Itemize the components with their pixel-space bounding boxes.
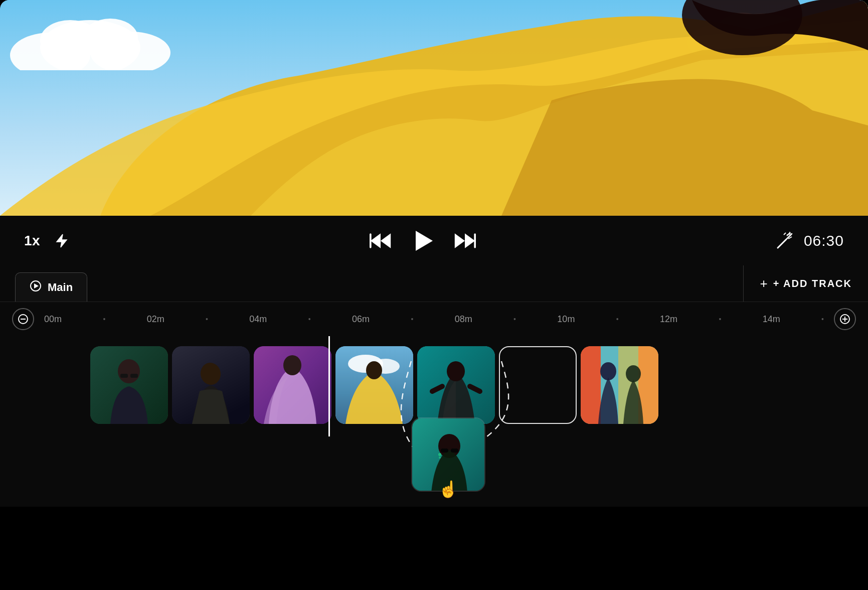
ruler-mark-08: 08m: [455, 314, 472, 325]
svg-rect-35: [120, 374, 128, 378]
ruler-dot-5: •: [513, 315, 516, 323]
ruler-marks: 00m • 02m • 04m • 06m • 08m • 10m • 12m …: [34, 314, 834, 325]
svg-marker-13: [416, 231, 433, 251]
timeline-tabs: Main + + ADD TRACK: [0, 266, 868, 302]
add-track-button[interactable]: + + ADD TRACK: [743, 265, 868, 302]
playhead: [328, 336, 330, 436]
svg-marker-10: [370, 233, 380, 248]
add-track-label: + ADD TRACK: [773, 278, 852, 289]
ruler-dot-7: •: [719, 315, 721, 323]
timeline-ruler: 00m • 02m • 04m • 06m • 08m • 10m • 12m …: [0, 302, 868, 336]
svg-rect-63: [441, 449, 448, 453]
magic-wand-button[interactable]: [776, 232, 794, 250]
timeline-clips-area: ☝: [0, 336, 868, 507]
clip-2[interactable]: [172, 346, 250, 424]
dragged-clip[interactable]: ☝: [411, 417, 485, 492]
svg-marker-26: [34, 283, 39, 288]
ruler-mark-06: 06m: [352, 314, 370, 325]
ruler-dot-2: •: [206, 315, 208, 323]
video-preview: [0, 0, 868, 216]
time-display: 06:30: [804, 232, 844, 249]
rewind-button[interactable]: [370, 230, 392, 252]
zoom-in-button[interactable]: [834, 308, 856, 330]
svg-point-59: [626, 365, 641, 382]
main-tab[interactable]: Main: [15, 272, 87, 302]
ruler-mark-02: 02m: [147, 314, 164, 325]
clip-5[interactable]: [417, 346, 495, 424]
controls-left: 1x: [24, 233, 69, 249]
svg-point-34: [118, 359, 140, 383]
svg-point-42: [283, 355, 301, 375]
svg-point-50: [447, 361, 465, 381]
ruler-dot-3: •: [308, 315, 311, 323]
person-figure: [0, 0, 868, 216]
ruler-dot-6: •: [616, 315, 619, 323]
svg-point-67: [439, 457, 441, 459]
main-tab-label: Main: [48, 281, 73, 294]
forward-button[interactable]: [454, 230, 476, 252]
clip-6-empty[interactable]: [499, 346, 577, 424]
controls-bar: 1x: [0, 216, 868, 266]
svg-line-19: [784, 233, 786, 235]
lightning-button[interactable]: [54, 233, 69, 248]
svg-point-47: [366, 361, 382, 379]
ruler-mark-10: 10m: [557, 314, 575, 325]
svg-marker-14: [454, 233, 464, 248]
add-icon: +: [760, 276, 768, 291]
svg-rect-36: [130, 374, 138, 378]
ruler-dot-1: •: [103, 315, 105, 323]
ruler-mark-12: 12m: [660, 314, 677, 325]
controls-center: [370, 228, 476, 254]
svg-rect-64: [451, 449, 458, 453]
svg-marker-15: [465, 233, 475, 248]
ruler-mark-04: 04m: [249, 314, 267, 325]
clip-4[interactable]: [335, 346, 413, 424]
svg-rect-16: [474, 233, 476, 248]
clip-1[interactable]: [90, 346, 168, 424]
cursor-hand-icon: ☝: [438, 480, 458, 499]
ruler-mark-00: 00m: [44, 314, 62, 325]
svg-rect-12: [370, 233, 372, 248]
ruler-dot-8: •: [821, 315, 824, 323]
svg-point-66: [438, 453, 441, 456]
controls-right: 06:30: [776, 232, 844, 250]
zoom-out-button[interactable]: [12, 308, 34, 330]
play-button[interactable]: [410, 228, 436, 254]
ruler-mark-14: 14m: [763, 314, 780, 325]
ruler-dot-4: •: [411, 315, 413, 323]
svg-rect-52: [581, 346, 601, 424]
svg-marker-11: [381, 233, 391, 248]
speed-label[interactable]: 1x: [24, 233, 40, 249]
clip-7[interactable]: [581, 346, 658, 424]
clip-3[interactable]: [254, 346, 331, 424]
tab-play-icon: [30, 280, 42, 294]
